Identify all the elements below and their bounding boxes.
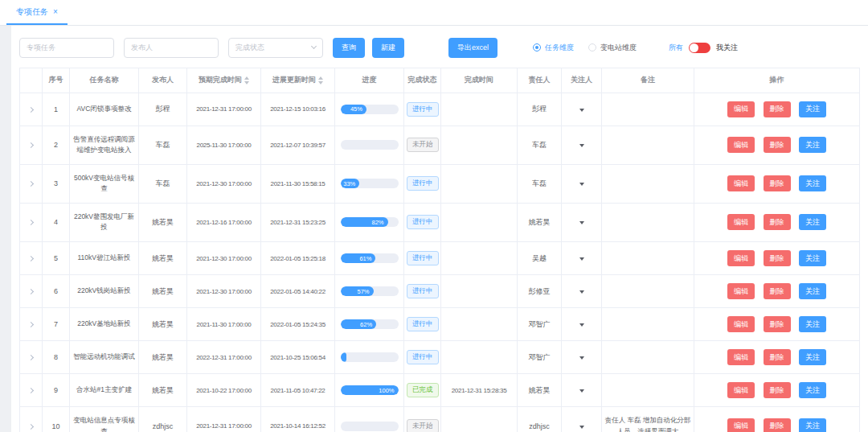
follow-button[interactable]: 关注 (799, 349, 826, 365)
expand-row-icon[interactable] (28, 322, 34, 327)
edit-button[interactable]: 编辑 (727, 214, 755, 230)
follower-dropdown-icon[interactable] (579, 144, 584, 147)
delete-button[interactable]: 删除 (764, 250, 791, 266)
delete-button[interactable]: 删除 (764, 418, 791, 432)
radio-checked-icon (533, 43, 541, 51)
cell-expected-time: 2021-12-31 17:00:00 (187, 93, 261, 125)
cell-updated-time: 2021-12-15 10:03:16 (261, 93, 335, 125)
header-expected-time[interactable]: 预期完成时间 (187, 68, 261, 93)
cell-expected-time: 2021-11-30 17:00:00 (187, 308, 261, 341)
tab-close-icon[interactable]: × (53, 8, 58, 16)
edit-button[interactable]: 编辑 (727, 283, 755, 299)
cell-updated-time: 2021-12-07 10:39:57 (261, 125, 335, 164)
follower-dropdown-icon[interactable] (579, 109, 584, 112)
follower-dropdown-icon[interactable] (579, 290, 584, 294)
progress-bar (341, 140, 399, 150)
new-button[interactable]: 新建 (372, 38, 404, 58)
expand-row-icon[interactable] (28, 289, 34, 294)
edit-button[interactable]: 编辑 (727, 250, 755, 266)
task-name-input[interactable] (19, 38, 114, 58)
table-body: 1 AVC闭锁事项整改 彭程 2021-12-31 17:00:00 2021-… (20, 93, 860, 432)
follow-toggle[interactable] (689, 43, 710, 53)
expand-row-icon[interactable] (28, 355, 34, 360)
cell-updated-time: 2021-10-14 16:12:52 (261, 407, 335, 432)
expand-row-icon[interactable] (28, 424, 34, 430)
cell-status: 进行中 (404, 164, 441, 203)
follow-button[interactable]: 关注 (799, 418, 826, 432)
cell-no: 9 (43, 374, 70, 407)
cell-finished-time (441, 164, 518, 203)
expand-row-icon[interactable] (28, 142, 34, 148)
progress-label: 100% (379, 387, 398, 394)
follow-button[interactable]: 关注 (799, 137, 826, 153)
cell-updated-time: 2021-11-05 10:47:22 (261, 374, 335, 407)
follower-dropdown-icon[interactable] (579, 183, 584, 186)
cell-status: 进行中 (404, 341, 441, 374)
cell-remark (602, 341, 694, 374)
delete-button[interactable]: 删除 (764, 382, 791, 398)
header-remark: 备注 (602, 68, 694, 93)
delete-button[interactable]: 删除 (764, 137, 791, 153)
progress-label: 82% (372, 219, 388, 226)
follow-button[interactable]: 关注 (799, 382, 826, 398)
status-select[interactable]: 完成状态 (228, 38, 323, 58)
follow-button[interactable]: 关注 (799, 283, 826, 299)
edit-button[interactable]: 编辑 (727, 175, 755, 191)
follower-dropdown-icon[interactable] (579, 389, 584, 393)
tab-special-task[interactable]: 专项任务 × (6, 2, 68, 25)
edit-button[interactable]: 编辑 (727, 418, 755, 432)
cell-expand (20, 308, 43, 341)
follower-dropdown-icon[interactable] (579, 221, 584, 224)
delete-button[interactable]: 删除 (764, 349, 791, 365)
expand-row-icon[interactable] (28, 181, 34, 187)
progress-fill: 61% (341, 253, 376, 263)
edit-button[interactable]: 编辑 (727, 382, 755, 398)
follower-dropdown-icon[interactable] (579, 257, 584, 261)
edit-button[interactable]: 编辑 (727, 137, 755, 153)
follow-button[interactable]: 关注 (799, 316, 826, 332)
publisher-input[interactable] (124, 38, 219, 58)
radio-substation-dimension[interactable]: 变电站维度 (588, 43, 637, 53)
export-excel-button[interactable]: 导出excel (448, 38, 497, 58)
sort-icon[interactable] (244, 76, 249, 84)
edit-button[interactable]: 编辑 (727, 349, 755, 365)
follow-button[interactable]: 关注 (799, 250, 826, 266)
status-badge: 进行中 (407, 251, 439, 265)
radio-task-dimension[interactable]: 任务维度 (533, 43, 574, 53)
follower-dropdown-icon[interactable] (579, 356, 584, 360)
cell-no: 7 (43, 308, 70, 341)
delete-button[interactable]: 删除 (764, 214, 791, 230)
header-expand (20, 68, 43, 93)
expand-row-icon[interactable] (28, 256, 34, 261)
sort-icon[interactable] (318, 76, 323, 84)
cell-updated-time: 2022-01-05 14:40:22 (261, 275, 335, 308)
cell-remark (602, 242, 694, 275)
progress-bar (341, 422, 399, 431)
delete-button[interactable]: 删除 (764, 316, 791, 332)
cell-expected-time: 2022-12-31 17:00:00 (187, 341, 261, 374)
query-button[interactable]: 查询 (333, 38, 365, 58)
cell-follower (562, 308, 602, 341)
follower-dropdown-icon[interactable] (579, 426, 584, 429)
delete-button[interactable]: 删除 (764, 101, 791, 117)
follow-button[interactable]: 关注 (799, 175, 826, 191)
delete-button[interactable]: 删除 (764, 283, 791, 299)
cell-finished-time (441, 308, 518, 341)
cell-updated-time: 2021-11-30 15:58:15 (261, 164, 335, 203)
follower-dropdown-icon[interactable] (579, 323, 584, 327)
edit-button[interactable]: 编辑 (727, 101, 755, 117)
expand-row-icon[interactable] (28, 220, 34, 225)
cell-follower (562, 203, 602, 241)
delete-button[interactable]: 删除 (764, 175, 791, 191)
follow-button[interactable]: 关注 (799, 101, 826, 117)
table-row: 10 变电站信息点专项核查 zdhjsc 2021-12-31 17:00:00… (20, 407, 860, 432)
cell-publisher: 车磊 (139, 125, 187, 164)
expand-row-icon[interactable] (28, 106, 34, 112)
cell-owner: 车磊 (518, 125, 562, 164)
expand-row-icon[interactable] (28, 388, 34, 393)
cell-actions: 编辑 删除 关注 (694, 164, 860, 203)
header-updated-time[interactable]: 进展更新时间 (261, 68, 335, 93)
header-progress: 进度 (335, 68, 404, 93)
follow-button[interactable]: 关注 (799, 214, 826, 230)
edit-button[interactable]: 编辑 (727, 316, 755, 332)
